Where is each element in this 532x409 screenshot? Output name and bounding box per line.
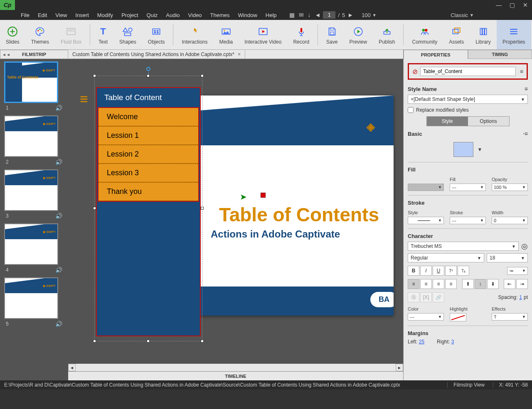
shapes-button[interactable]: Shapes — [113, 20, 142, 49]
slide-thumb-5[interactable]: ◆ SWPT 5🔊 — [4, 277, 64, 327]
fill-color-swatch[interactable] — [453, 142, 473, 157]
stroke-width-input[interactable]: 0▼ — [492, 217, 528, 224]
save-button[interactable]: Save — [320, 20, 343, 49]
visibility-off-icon[interactable]: ⊘ — [412, 68, 418, 76]
resize-handle-ne[interactable] — [201, 74, 204, 77]
subtab-options[interactable]: Options — [468, 117, 509, 126]
menu-project[interactable]: Project — [117, 10, 142, 20]
resize-handle-w[interactable] — [93, 207, 96, 210]
align-center-button[interactable]: ≡ — [420, 279, 432, 289]
indent-right-button[interactable]: ⇥ — [516, 279, 528, 289]
properties-button[interactable]: Properties — [497, 20, 531, 49]
menu-modify[interactable]: Modify — [93, 10, 117, 20]
zoom-dropdown-icon[interactable]: ▼ — [372, 13, 377, 17]
valign-bottom-button[interactable]: ⬇ — [487, 279, 499, 289]
current-page-input[interactable] — [323, 11, 335, 19]
list-style-dropdown[interactable]: ≔▼ — [507, 267, 528, 275]
align-right-button[interactable]: ≡ — [433, 279, 444, 289]
basic-menu-icon[interactable]: ⋅≡ — [523, 130, 528, 137]
slide-thumb-1[interactable]: ◆ SWPTTable of Contents 1🔊 — [4, 61, 64, 111]
align-justify-button[interactable]: ≡ — [445, 279, 457, 289]
menu-help[interactable]: Help — [261, 10, 281, 20]
publish-button[interactable]: Publish — [373, 20, 401, 49]
assets-button[interactable]: Assets — [443, 20, 470, 49]
resize-handle-nw[interactable] — [93, 74, 96, 77]
toc-panel[interactable]: Table of Content Welcome Lession 1 Lessi… — [96, 87, 201, 336]
italic-button[interactable]: I — [420, 266, 432, 276]
spacing-value[interactable]: 1 — [519, 294, 522, 300]
interactive-video-button[interactable]: Interactive Video — [239, 20, 287, 49]
close-tab-icon[interactable]: × — [238, 51, 241, 57]
hamburger-icon[interactable]: ≡ — [80, 96, 88, 102]
close-button[interactable]: ✕ — [519, 0, 532, 10]
font-weight-dropdown[interactable]: Regular▼ — [408, 253, 484, 262]
menu-edit[interactable]: Edit — [34, 10, 51, 20]
objects-button[interactable]: Objects — [142, 20, 171, 49]
align-left-button[interactable]: ≡ — [408, 279, 419, 289]
bold-button[interactable]: B — [408, 266, 419, 276]
menu-audio[interactable]: Audio — [162, 10, 184, 20]
toc-item-thankyou[interactable]: Thank you — [99, 182, 198, 201]
recent-icon[interactable]: ▦ — [289, 12, 295, 18]
toc-item-lesson3[interactable]: Lession 3 — [99, 164, 198, 182]
valign-top-button[interactable]: ⬆ — [462, 279, 474, 289]
menu-file[interactable]: File — [17, 10, 34, 20]
slide-thumb-4[interactable]: ◆ SWPT 4🔊 — [4, 223, 64, 273]
scroll-left-button[interactable]: ◄ — [68, 364, 76, 371]
collapse-filmstrip-icon[interactable]: ◄◄ — [2, 52, 10, 57]
resize-handle-se[interactable] — [201, 340, 204, 343]
tab-timing[interactable]: TIMING — [468, 50, 532, 59]
next-page-icon[interactable]: ► — [347, 12, 353, 18]
menu-window[interactable]: Window — [234, 10, 261, 20]
media-button[interactable]: Media — [214, 20, 239, 49]
swatch-dropdown-icon[interactable]: ▼ — [478, 147, 483, 152]
superscript-button[interactable]: T² — [445, 266, 457, 276]
download-icon[interactable]: ↓ — [308, 12, 311, 18]
minimize-button[interactable]: — — [492, 0, 505, 10]
typekit-icon[interactable]: ◎ — [521, 242, 528, 251]
menu-video[interactable]: Video — [184, 10, 206, 20]
zoom-value[interactable]: 100 — [362, 12, 371, 18]
slides-button[interactable]: Slides — [0, 20, 25, 49]
subtab-style[interactable]: Style — [427, 117, 468, 126]
text-button[interactable]: T Text — [93, 20, 113, 49]
slide-thumb-3[interactable]: ◆ SWPT 3🔊 — [4, 169, 64, 219]
rotate-handle[interactable] — [146, 67, 150, 71]
mail-icon[interactable]: ✉ — [299, 12, 304, 18]
font-size-dropdown[interactable]: 18▼ — [487, 253, 528, 262]
valign-middle-button[interactable]: ↕ — [475, 279, 486, 289]
workspace-dropdown[interactable]: Classic ▼ — [451, 12, 474, 18]
stroke-color-dropdown[interactable]: ---▼ — [450, 217, 486, 224]
resize-handle-sw[interactable] — [93, 340, 96, 343]
indent-left-button[interactable]: ⇤ — [504, 279, 515, 289]
margin-left-value[interactable]: 25 — [419, 339, 424, 345]
highlight-color-dropdown[interactable] — [450, 313, 466, 321]
menu-quiz[interactable]: Quiz — [143, 10, 162, 20]
object-name-input[interactable] — [420, 67, 516, 76]
replace-styles-checkbox[interactable]: Replace modified styles — [408, 107, 528, 113]
fill-type-dropdown[interactable]: ---▼ — [450, 184, 486, 191]
maximize-button[interactable]: ▢ — [505, 0, 519, 10]
timeline-header[interactable]: TIMELINE — [68, 371, 403, 380]
toc-item-lesson1[interactable]: Lession 1 — [99, 126, 198, 145]
tab-properties[interactable]: PROPERTIES — [404, 50, 468, 59]
menu-insert[interactable]: Insert — [71, 10, 93, 20]
opacity-dropdown[interactable]: 100 %▼ — [492, 184, 528, 191]
resize-handle-n[interactable] — [147, 74, 150, 77]
record-button[interactable]: Record — [287, 20, 315, 49]
font-family-dropdown[interactable]: Trebuchet MS▼ — [408, 242, 519, 251]
underline-button[interactable]: U — [433, 266, 444, 276]
fill-color-dropdown[interactable]: ▼ — [408, 184, 444, 191]
resize-handle-s[interactable] — [147, 340, 150, 343]
menu-view[interactable]: View — [51, 10, 71, 20]
style-name-dropdown[interactable]: +[Default Smart Shape Style] ▼ — [408, 95, 528, 104]
themes-button[interactable]: Themes — [25, 20, 55, 49]
preview-button[interactable]: Preview — [343, 20, 373, 49]
scroll-right-button[interactable]: ► — [396, 364, 403, 371]
style-menu-icon[interactable]: ≡ — [525, 86, 528, 92]
effects-dropdown[interactable]: T▼ — [492, 313, 528, 321]
interactions-button[interactable]: Interactions — [176, 20, 213, 49]
community-button[interactable]: Community — [406, 20, 443, 49]
toc-item-welcome[interactable]: Welcome — [99, 108, 198, 126]
resize-handle-e[interactable] — [201, 207, 204, 210]
